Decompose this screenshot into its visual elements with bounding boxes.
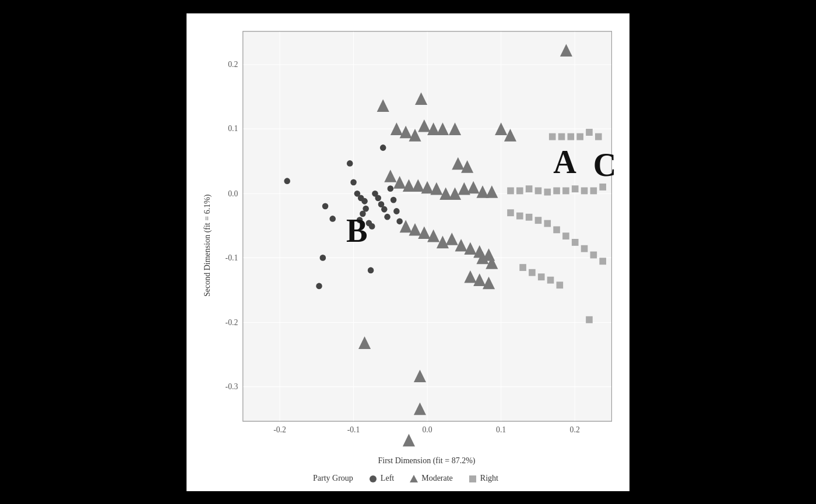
svg-rect-108: [581, 187, 588, 194]
svg-point-28: [316, 283, 322, 289]
svg-text:0.1: 0.1: [496, 425, 506, 434]
svg-rect-116: [553, 226, 560, 233]
svg-rect-126: [557, 281, 564, 288]
svg-point-33: [361, 198, 368, 204]
svg-rect-119: [581, 245, 588, 252]
svg-point-25: [322, 203, 329, 209]
svg-text:0.0: 0.0: [423, 425, 432, 434]
square-icon: [468, 474, 477, 483]
circle-icon: [368, 474, 378, 483]
svg-rect-121: [599, 258, 606, 265]
svg-point-44: [388, 185, 394, 192]
svg-point-38: [369, 223, 375, 230]
svg-text:-0.2: -0.2: [273, 425, 286, 434]
svg-marker-130: [410, 475, 418, 482]
svg-rect-109: [590, 187, 597, 194]
svg-text:-0.3: -0.3: [226, 382, 238, 390]
plot-area: -0.2 -0.1 0.0 0.1 0.2 0.2 0.1 0.0 -0.1 -…: [212, 25, 618, 466]
svg-text:0.2: 0.2: [570, 425, 580, 434]
svg-rect-125: [547, 276, 554, 283]
x-axis-label: First Dimension (fit = 87.2%): [212, 453, 618, 466]
svg-point-27: [320, 254, 326, 260]
svg-point-49: [380, 144, 386, 151]
svg-rect-97: [576, 133, 583, 140]
legend-label-moderate: Moderate: [421, 474, 453, 483]
group-label-b: B: [346, 213, 368, 249]
svg-point-48: [368, 267, 374, 273]
svg-rect-124: [538, 273, 545, 280]
svg-rect-131: [469, 475, 476, 482]
svg-rect-127: [586, 316, 593, 323]
svg-rect-123: [529, 269, 536, 276]
svg-text:-0.2: -0.2: [226, 318, 238, 326]
svg-point-45: [391, 196, 397, 203]
svg-text:-0.1: -0.1: [226, 253, 238, 262]
legend-item-left: Left: [368, 474, 394, 483]
svg-point-40: [375, 195, 381, 201]
svg-rect-106: [562, 187, 569, 194]
group-label-c: C: [593, 147, 617, 183]
group-label-a: A: [553, 144, 576, 180]
svg-rect-122: [519, 264, 526, 271]
svg-rect-103: [535, 187, 542, 194]
svg-rect-118: [572, 239, 579, 246]
svg-rect-120: [590, 251, 597, 258]
svg-rect-114: [535, 217, 542, 224]
scatter-plot: -0.2 -0.1 0.0 0.1 0.2 0.2 0.1 0.0 -0.1 -…: [212, 25, 618, 453]
chart-container: Second Dimension (fit = 6.1%): [187, 13, 629, 491]
chart-area: Second Dimension (fit = 6.1%): [198, 25, 618, 466]
svg-point-129: [370, 475, 377, 482]
legend-item-right: Right: [468, 474, 498, 483]
legend-label-left: Left: [381, 474, 394, 483]
svg-rect-100: [507, 187, 514, 194]
svg-text:0.0: 0.0: [228, 189, 238, 198]
svg-rect-110: [599, 184, 606, 191]
svg-point-26: [329, 216, 336, 222]
svg-rect-95: [558, 133, 565, 140]
svg-rect-101: [516, 187, 523, 194]
svg-rect-117: [562, 232, 569, 239]
svg-text:0.1: 0.1: [228, 124, 238, 133]
svg-point-47: [396, 218, 403, 224]
svg-rect-107: [572, 185, 579, 192]
legend-label-right: Right: [480, 474, 498, 483]
svg-rect-99: [595, 133, 602, 140]
y-axis-label: Second Dimension (fit = 6.1%): [198, 25, 212, 466]
legend: Party Group Left Moderate Right: [313, 466, 503, 485]
svg-point-24: [284, 178, 290, 184]
svg-marker-87: [403, 433, 415, 446]
svg-rect-98: [586, 129, 593, 136]
legend-item-moderate: Moderate: [409, 474, 453, 483]
svg-text:0.2: 0.2: [228, 60, 238, 69]
svg-rect-111: [507, 209, 514, 216]
svg-rect-115: [544, 220, 551, 227]
svg-rect-105: [553, 187, 560, 194]
svg-point-46: [393, 208, 400, 214]
svg-rect-113: [526, 213, 533, 220]
svg-point-29: [347, 160, 353, 167]
svg-rect-102: [526, 185, 533, 192]
svg-rect-112: [516, 212, 523, 219]
triangle-icon: [409, 474, 418, 483]
svg-rect-94: [549, 133, 556, 140]
svg-point-42: [381, 206, 388, 212]
svg-rect-104: [544, 188, 551, 195]
svg-rect-96: [568, 133, 575, 140]
svg-text:-0.1: -0.1: [347, 425, 360, 434]
legend-title: Party Group: [313, 474, 353, 483]
svg-point-30: [350, 179, 357, 185]
svg-point-43: [384, 213, 391, 220]
